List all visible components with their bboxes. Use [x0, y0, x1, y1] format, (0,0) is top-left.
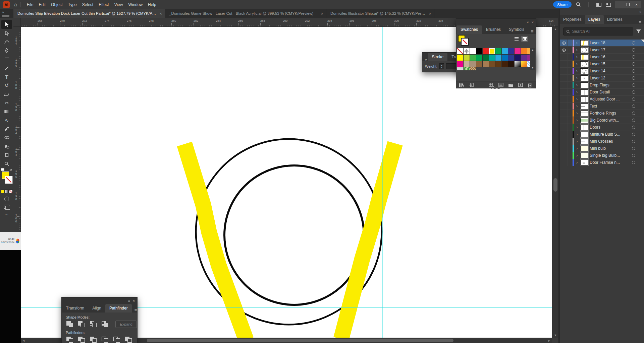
swatch[interactable] [521, 48, 527, 54]
layer-name[interactable]: Doors [590, 125, 632, 130]
expand-chevron-icon[interactable]: › [574, 69, 580, 73]
layer-target-circle[interactable] [632, 112, 635, 115]
swatch[interactable] [464, 61, 470, 67]
lock-column[interactable] [568, 103, 573, 110]
tab-close-icon[interactable]: × [429, 11, 431, 16]
scroll-up-icon[interactable]: ▲ [531, 49, 534, 52]
swatch[interactable] [464, 67, 470, 70]
visibility-toggle[interactable] [560, 54, 568, 60]
layer-row[interactable]: › Layer 14 [560, 68, 644, 75]
weight-stepper[interactable]: ▲▼ [439, 63, 444, 69]
visibility-toggle[interactable] [560, 131, 568, 138]
menu-item[interactable]: Edit [36, 1, 48, 8]
workspace-switcher-icon[interactable] [596, 2, 601, 7]
lock-column[interactable] [568, 96, 573, 102]
maximize-button[interactable] [624, 2, 632, 7]
document-tab[interactable]: _Domisciles Game Show - Laser Cut - Blac… [165, 9, 326, 18]
visibility-toggle[interactable] [560, 47, 568, 53]
default-fill-stroke-icon[interactable] [1, 168, 4, 171]
layer-row[interactable]: › Mini bulb [560, 145, 644, 152]
layer-row[interactable]: › Drop Flags [560, 82, 644, 89]
lock-column[interactable] [568, 54, 573, 60]
lock-column[interactable] [568, 124, 573, 131]
stroke-panel-tab[interactable]: Stroke [428, 53, 448, 61]
expand-chevron-icon[interactable]: › [574, 41, 580, 45]
swatch[interactable] [470, 67, 476, 70]
paintbrush-tool[interactable] [1, 64, 12, 72]
edit-toolbar-icon[interactable]: … [5, 211, 9, 216]
visibility-toggle[interactable] [560, 124, 568, 131]
search-icon[interactable] [576, 2, 581, 7]
layer-row[interactable]: › Layer 16 [560, 54, 644, 61]
share-button[interactable]: Share [553, 1, 572, 8]
visibility-toggle[interactable] [560, 75, 568, 81]
layer-target-circle[interactable] [632, 97, 635, 101]
panel-close-icon[interactable]: × [532, 20, 534, 24]
pathfinder-button[interactable] [89, 336, 98, 343]
layer-thumbnail[interactable] [580, 89, 588, 95]
layer-target-circle[interactable] [632, 90, 635, 94]
layer-thumbnail[interactable] [580, 47, 588, 53]
visibility-toggle[interactable] [560, 89, 568, 95]
lock-column[interactable] [568, 138, 573, 145]
layer-target-circle[interactable] [632, 55, 635, 59]
layer-row[interactable]: › Layer 17 [560, 47, 644, 54]
minimize-button[interactable]: – [615, 2, 624, 7]
swatch[interactable] [515, 55, 521, 61]
shape-mode-button[interactable] [77, 321, 86, 328]
delete-swatch-icon[interactable] [528, 83, 532, 87]
layer-row[interactable]: › Adjusted Door ... [560, 96, 644, 103]
layer-name[interactable]: Mini bulb [590, 146, 632, 151]
layer-name[interactable]: Door Framse n... [590, 160, 632, 165]
menu-item[interactable]: Select [79, 1, 96, 8]
layer-row[interactable]: › Single big Bulb... [560, 152, 644, 159]
show-swatch-kinds-icon[interactable] [489, 83, 494, 87]
layer-target-circle[interactable] [632, 48, 635, 52]
shape-mode-button[interactable] [66, 321, 74, 328]
layer-thumbnail[interactable] [580, 139, 588, 144]
layer-target-circle[interactable] [632, 76, 635, 80]
pathfinder-button[interactable] [66, 336, 74, 343]
artboard-tool[interactable] [1, 151, 12, 159]
visibility-toggle[interactable] [560, 110, 568, 117]
expand-chevron-icon[interactable]: › [574, 118, 580, 123]
horizontal-scroll-thumb[interactable] [147, 339, 453, 342]
visibility-toggle[interactable] [560, 159, 568, 166]
type-tool[interactable]: T [1, 72, 12, 81]
swap-fill-stroke-icon[interactable]: ⇄ [9, 168, 12, 172]
expand-chevron-icon[interactable]: › [574, 62, 580, 66]
layer-name[interactable]: Layer 18 [590, 41, 632, 45]
shape-mode-button[interactable] [101, 321, 110, 328]
filter-funnel-icon[interactable] [636, 29, 641, 34]
shape-builder-tool[interactable] [1, 142, 12, 151]
document-tab[interactable]: Domiciles Illustrator Ship.ai* @ 145.32 … [326, 9, 434, 18]
layer-name[interactable]: Single big Bulb... [590, 153, 632, 158]
swatch[interactable] [476, 55, 482, 61]
expand-chevron-icon[interactable]: › [574, 146, 580, 151]
layer-thumbnail[interactable] [580, 68, 588, 74]
swatches-panel-tab[interactable]: Symbols [505, 25, 528, 34]
document-tab[interactable]: Domiciles Ship Elevation Dock Laser Cut … [13, 9, 165, 18]
width-tool[interactable]: ∿ [1, 116, 12, 125]
layer-row[interactable]: › Mini Crosses [560, 138, 644, 145]
layer-thumbnail[interactable] [580, 82, 588, 88]
tab-close-icon[interactable]: × [159, 11, 162, 16]
expand-chevron-icon[interactable]: › [574, 160, 580, 165]
panel-menu-icon[interactable]: ≡ [636, 19, 644, 24]
layer-target-circle[interactable] [632, 105, 635, 108]
panel-resize-grip[interactable] [491, 87, 501, 89]
add-from-library-icon[interactable] [469, 83, 474, 87]
swatch[interactable] [457, 48, 463, 54]
gradient-button[interactable] [5, 190, 9, 193]
pen-tool[interactable] [1, 46, 12, 55]
layer-thumbnail[interactable] [580, 125, 588, 130]
layer-row[interactable]: › Doors [560, 124, 644, 131]
layer-thumbnail[interactable] [580, 96, 588, 102]
layer-thumbnail[interactable] [580, 146, 588, 151]
menu-item[interactable]: Window [125, 1, 145, 8]
layer-target-circle[interactable] [632, 62, 635, 66]
close-button[interactable]: × [632, 2, 641, 7]
zoom-tool[interactable] [1, 159, 12, 168]
swatch[interactable] [457, 55, 463, 61]
visibility-toggle[interactable] [560, 138, 568, 145]
